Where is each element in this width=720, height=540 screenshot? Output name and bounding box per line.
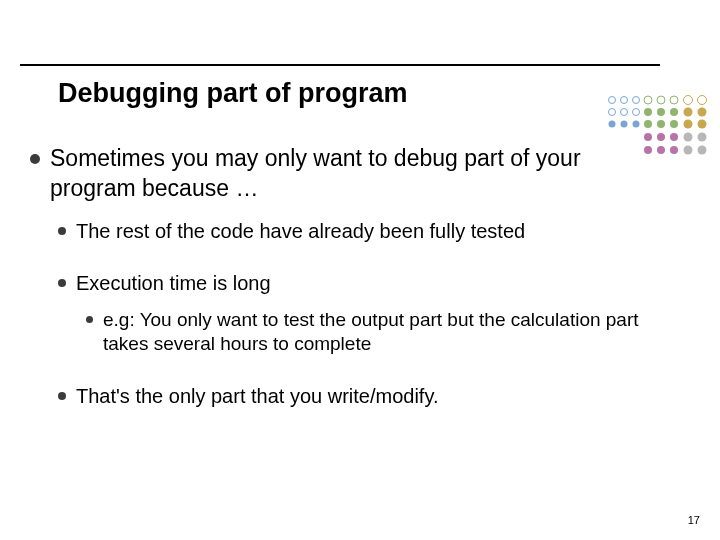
svg-point-9 bbox=[621, 109, 628, 116]
disc-bullet-icon bbox=[86, 316, 93, 323]
svg-point-23 bbox=[698, 120, 707, 129]
svg-point-19 bbox=[644, 120, 652, 128]
body: Sometimes you may only want to debug par… bbox=[30, 144, 660, 435]
title-rule bbox=[20, 64, 660, 66]
sub-list: The rest of the code have already been f… bbox=[58, 218, 660, 409]
bullet-level3: e.g: You only want to test the output pa… bbox=[86, 308, 660, 357]
svg-point-33 bbox=[698, 146, 707, 155]
svg-point-17 bbox=[621, 121, 628, 128]
svg-point-8 bbox=[609, 109, 616, 116]
slide: Debugging part of program bbox=[0, 0, 720, 540]
svg-point-27 bbox=[684, 133, 693, 142]
slide-title: Debugging part of program bbox=[58, 78, 407, 109]
bullet-text: Sometimes you may only want to debug par… bbox=[50, 144, 660, 204]
bullet-level1: Sometimes you may only want to debug par… bbox=[30, 144, 660, 204]
svg-point-7 bbox=[698, 96, 707, 105]
bullet-level2: Execution time is long bbox=[58, 270, 660, 296]
disc-bullet-icon bbox=[58, 279, 66, 287]
svg-point-16 bbox=[609, 121, 616, 128]
disc-bullet-icon bbox=[30, 154, 40, 164]
svg-point-13 bbox=[670, 108, 678, 116]
svg-point-25 bbox=[657, 133, 665, 141]
svg-point-18 bbox=[633, 121, 640, 128]
sub-sub-list: e.g: You only want to test the output pa… bbox=[86, 308, 660, 357]
svg-point-14 bbox=[684, 108, 693, 117]
svg-point-21 bbox=[670, 120, 678, 128]
svg-point-26 bbox=[670, 133, 678, 141]
svg-point-20 bbox=[657, 120, 665, 128]
svg-point-32 bbox=[684, 146, 693, 155]
svg-point-11 bbox=[644, 108, 652, 116]
svg-point-5 bbox=[670, 96, 678, 104]
svg-point-22 bbox=[684, 120, 693, 129]
bullet-text: The rest of the code have already been f… bbox=[76, 218, 525, 244]
page-number: 17 bbox=[688, 514, 700, 526]
svg-point-12 bbox=[657, 108, 665, 116]
disc-bullet-icon bbox=[58, 392, 66, 400]
svg-point-24 bbox=[644, 133, 652, 141]
svg-point-15 bbox=[698, 108, 707, 117]
bullet-text: Execution time is long bbox=[76, 270, 271, 296]
bullet-level2: That's the only part that you write/modi… bbox=[58, 383, 660, 409]
svg-point-1 bbox=[621, 97, 628, 104]
svg-point-31 bbox=[670, 146, 678, 154]
bullet-text: That's the only part that you write/modi… bbox=[76, 383, 439, 409]
bullet-level2: The rest of the code have already been f… bbox=[58, 218, 660, 244]
svg-point-4 bbox=[657, 96, 665, 104]
bullet-text: e.g: You only want to test the output pa… bbox=[103, 308, 660, 357]
svg-point-2 bbox=[633, 97, 640, 104]
svg-point-6 bbox=[684, 96, 693, 105]
disc-bullet-icon bbox=[58, 227, 66, 235]
svg-point-10 bbox=[633, 109, 640, 116]
svg-point-28 bbox=[698, 133, 707, 142]
svg-point-3 bbox=[644, 96, 652, 104]
svg-point-0 bbox=[609, 97, 616, 104]
